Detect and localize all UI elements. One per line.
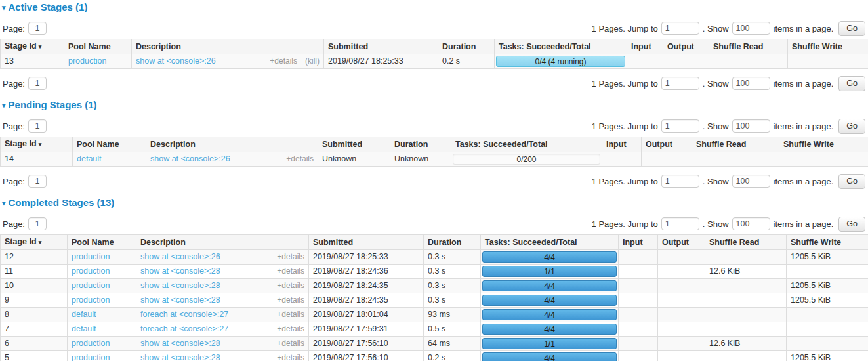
description-link[interactable]: show at <console>:28 — [140, 295, 220, 305]
col-stage-id[interactable]: Stage Id▾ — [1, 39, 64, 54]
col-shuffle-write[interactable]: Shuffle Write — [779, 137, 868, 152]
col-duration[interactable]: Duration — [438, 39, 495, 54]
details-toggle[interactable]: +details — [277, 281, 304, 291]
stage-id-cell: 9 — [1, 293, 68, 308]
page-selector: Page: — [3, 119, 47, 133]
stage-id-cell: 6 — [1, 337, 68, 351]
duration-cell: 0.5 s — [424, 322, 481, 337]
description-link[interactable]: show at <console>:28 — [140, 266, 220, 276]
description-link[interactable]: show at <console>:28 — [140, 281, 220, 291]
pool-name-link[interactable]: production — [72, 281, 110, 290]
jump-to-input[interactable] — [661, 119, 699, 133]
shuffle-read-cell — [705, 279, 787, 293]
pool-name-link[interactable]: production — [72, 252, 110, 261]
col-tasks[interactable]: Tasks: Succeeded/Total — [451, 137, 602, 152]
go-button[interactable]: Go — [838, 217, 865, 232]
page-number-input[interactable] — [28, 77, 47, 90]
pool-name-link[interactable]: default — [72, 324, 96, 333]
col-duration[interactable]: Duration — [390, 137, 451, 152]
col-stage-id[interactable]: Stage Id▾ — [1, 235, 68, 250]
pool-name-link[interactable]: default — [77, 154, 102, 163]
col-description[interactable]: Description — [132, 39, 324, 54]
details-toggle[interactable]: +details — [270, 56, 297, 66]
pending-stages-title[interactable]: ▾Pending Stages (1) — [2, 99, 868, 112]
jump-to-input[interactable] — [661, 22, 699, 35]
col-description[interactable]: Description — [146, 137, 318, 152]
description-link[interactable]: show at <console>:26 — [136, 56, 216, 66]
details-toggle[interactable]: +details — [277, 324, 304, 334]
details-toggle[interactable]: +details — [277, 252, 304, 262]
col-input[interactable]: Input — [602, 137, 642, 152]
completed-stages-title[interactable]: ▾Completed Stages (13) — [2, 197, 868, 209]
col-input[interactable]: Input — [619, 235, 658, 250]
col-input[interactable]: Input — [627, 39, 663, 54]
details-toggle[interactable]: +details — [286, 154, 314, 164]
jump-to-input[interactable] — [661, 175, 699, 188]
description-link[interactable]: foreach at <console>:27 — [140, 324, 228, 334]
go-button[interactable]: Go — [838, 76, 865, 91]
show-items-input[interactable] — [732, 175, 770, 188]
go-button[interactable]: Go — [838, 174, 865, 189]
output-cell — [658, 293, 705, 308]
pages-count-text: 1 Pages. Jump to — [592, 177, 658, 186]
col-description[interactable]: Description — [136, 235, 309, 250]
input-cell — [619, 337, 658, 351]
go-button[interactable]: Go — [838, 119, 865, 134]
completed-stages-table: Stage Id▾ Pool Name Description Submitte… — [0, 234, 868, 361]
duration-cell: 64 ms — [424, 337, 481, 351]
col-submitted[interactable]: Submitted — [324, 39, 438, 54]
col-pool-name[interactable]: Pool Name — [68, 235, 136, 250]
col-submitted[interactable]: Submitted — [309, 235, 424, 250]
show-items-input[interactable] — [732, 77, 770, 90]
col-pool-name[interactable]: Pool Name — [64, 39, 132, 54]
pool-name-link[interactable]: production — [72, 339, 110, 348]
pool-name-link[interactable]: production — [68, 56, 106, 66]
details-toggle[interactable]: +details — [277, 266, 304, 276]
details-toggle[interactable]: +details — [277, 295, 304, 305]
pool-name-link[interactable]: default — [72, 310, 96, 319]
pool-name-link[interactable]: production — [72, 295, 110, 305]
col-tasks[interactable]: Tasks: Succeeded/Total — [495, 39, 627, 54]
col-pool-name[interactable]: Pool Name — [73, 137, 146, 152]
page-number-input[interactable] — [28, 22, 47, 35]
page-number-input[interactable] — [28, 217, 47, 230]
shuffle-read-cell — [705, 351, 787, 361]
description-link[interactable]: show at <console>:28 — [140, 339, 220, 349]
jump-to-input[interactable] — [661, 217, 699, 230]
col-shuffle-read[interactable]: Shuffle Read — [705, 235, 787, 250]
col-tasks[interactable]: Tasks: Succeeded/Total — [481, 235, 619, 250]
page-number-input[interactable] — [28, 175, 47, 188]
col-shuffle-read[interactable]: Shuffle Read — [692, 137, 779, 152]
pool-name-link[interactable]: production — [72, 353, 110, 361]
pagination-controls: 1 Pages. Jump to . Show items in a page.… — [592, 119, 865, 134]
col-output[interactable]: Output — [663, 39, 709, 54]
description-link[interactable]: show at <console>:26 — [150, 154, 230, 164]
pagination-controls: 1 Pages. Jump to . Show items in a page.… — [592, 21, 865, 36]
show-items-input[interactable] — [732, 22, 770, 35]
go-button[interactable]: Go — [838, 21, 865, 36]
col-submitted[interactable]: Submitted — [318, 137, 390, 152]
col-stage-id[interactable]: Stage Id▾ — [1, 137, 73, 152]
active-stages-title[interactable]: ▾Active Stages (1) — [2, 1, 868, 14]
jump-to-input[interactable] — [661, 77, 699, 90]
details-toggle[interactable]: +details — [277, 339, 304, 349]
description-link[interactable]: show at <console>:28 — [140, 353, 220, 361]
col-output[interactable]: Output — [642, 137, 692, 152]
col-shuffle-write[interactable]: Shuffle Write — [788, 39, 868, 54]
input-cell — [619, 265, 658, 279]
description-link[interactable]: show at <console>:26 — [140, 252, 220, 262]
details-toggle[interactable]: +details — [277, 310, 304, 320]
show-items-input[interactable] — [732, 217, 770, 230]
pool-name-link[interactable]: production — [72, 266, 110, 276]
details-toggle[interactable]: +details — [277, 353, 304, 361]
col-duration[interactable]: Duration — [424, 235, 481, 250]
col-shuffle-read[interactable]: Shuffle Read — [709, 39, 788, 54]
col-shuffle-write[interactable]: Shuffle Write — [787, 235, 868, 250]
kill-link[interactable]: (kill) — [305, 56, 320, 66]
col-output[interactable]: Output — [658, 235, 705, 250]
description-link[interactable]: foreach at <console>:27 — [140, 310, 228, 320]
tasks-progress-bar: 1/1 — [482, 338, 617, 349]
show-text: . Show — [703, 177, 729, 186]
show-items-input[interactable] — [732, 119, 770, 133]
page-number-input[interactable] — [28, 119, 47, 133]
